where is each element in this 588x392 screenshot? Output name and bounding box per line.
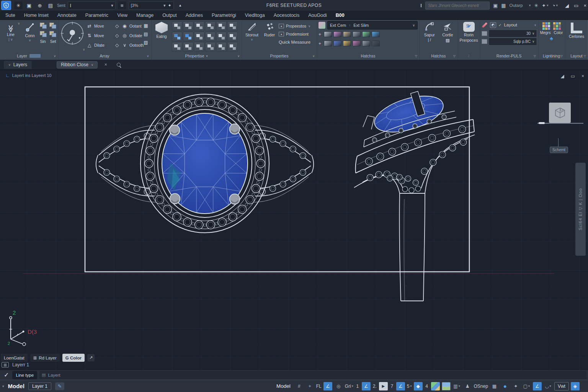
hatch-swatch[interactable] bbox=[343, 31, 351, 37]
chevron-down-icon[interactable]: ▽ bbox=[560, 54, 563, 58]
layer-tool-icon[interactable] bbox=[49, 23, 56, 29]
draw-tool-icon[interactable] bbox=[172, 32, 182, 41]
side-toolbar-strip[interactable]: Scl64 El ▽ K | Ooo bbox=[575, 163, 586, 256]
clean-screen-icon[interactable]: ◡▾ bbox=[544, 382, 552, 390]
rd-layer-button[interactable]: ▥Rd Layer bbox=[30, 354, 60, 362]
hatch-swatch[interactable] bbox=[324, 41, 332, 46]
layer-group-footer[interactable]: Layer ∨ bbox=[0, 52, 58, 60]
hatch-style-combo[interactable]: Ext Cem r Ext Slim ∨ bbox=[327, 21, 418, 29]
menu-tab-output[interactable]: Output bbox=[162, 13, 177, 18]
maximize-button[interactable]: ▭ bbox=[574, 3, 578, 8]
sapur-sub-icons[interactable]: | / bbox=[428, 38, 431, 42]
loengatat-button[interactable]: LoenGatat bbox=[1, 354, 28, 362]
expand-arrow-button[interactable]: ↗ bbox=[87, 354, 95, 361]
storout-button[interactable]: Storout ∨ bbox=[243, 21, 260, 52]
customize-icon[interactable]: ◈ bbox=[571, 382, 580, 390]
render-swatch-icon[interactable] bbox=[482, 31, 487, 36]
gri-dropdown[interactable]: Gri▾ bbox=[345, 382, 353, 390]
zoom-field[interactable]: [3% ▾ ✦ bbox=[129, 2, 174, 10]
draw-tool-icon[interactable] bbox=[183, 21, 193, 31]
color-button[interactable]: G Color bbox=[62, 354, 85, 362]
viewport-minimize-icon[interactable]: ◢ bbox=[560, 74, 564, 79]
menu-tab-manage[interactable]: Manage bbox=[136, 13, 154, 18]
hatch-swatch[interactable] bbox=[333, 31, 341, 37]
draw-tool-icon[interactable] bbox=[227, 32, 238, 41]
hatch-swatch[interactable] bbox=[353, 31, 361, 37]
array-group-footer[interactable]: Array ∨ bbox=[58, 52, 151, 60]
cortle-button[interactable]: Cortle ▨ bbox=[439, 21, 456, 52]
color-palette-icon[interactable] bbox=[553, 22, 561, 30]
output-dropdown[interactable]: Outarp ▾ bbox=[509, 3, 531, 8]
count-7-label[interactable]: 7 bbox=[390, 382, 394, 390]
osnap-label[interactable]: OSnep bbox=[474, 382, 488, 390]
snap-mode-icon[interactable]: + bbox=[305, 382, 314, 390]
new-document-icon[interactable]: ▣ bbox=[25, 2, 33, 9]
sphere-icon[interactable]: ● bbox=[501, 382, 510, 390]
layer-color-swatch[interactable] bbox=[29, 54, 41, 58]
line-sub-dropdown[interactable]: | ∨ bbox=[8, 38, 13, 41]
isodraft-icon[interactable]: ∠ bbox=[533, 382, 542, 390]
chevron-down-icon[interactable]: ▽ bbox=[453, 54, 456, 58]
menu-tab-view[interactable]: View bbox=[117, 13, 127, 18]
layout-toggle-label[interactable]: Layout bbox=[504, 23, 517, 27]
plant-icon[interactable]: ✦ bbox=[511, 382, 520, 390]
navigation-slider[interactable] bbox=[537, 123, 583, 124]
layer-tool-icon[interactable] bbox=[40, 31, 47, 37]
chevron-down-icon[interactable]: ∨ bbox=[147, 54, 149, 58]
ortho-mode-icon[interactable]: ∠ bbox=[362, 382, 371, 390]
render-quality-field[interactable]: Sqlp p.BC ∨ bbox=[489, 38, 536, 45]
array-tool-move-0[interactable]: ⇄Move bbox=[87, 21, 104, 31]
render-group-footer[interactable]: Render-PULS ▽ bbox=[480, 52, 538, 60]
hatch-swatch[interactable] bbox=[324, 31, 332, 37]
sapur-button[interactable]: Sapur | / bbox=[421, 21, 438, 52]
lightning-group-footer[interactable]: Ligntining ▽ bbox=[538, 52, 565, 60]
eatrig-button[interactable]: Eatrig bbox=[153, 21, 170, 52]
tray-icon[interactable]: ▢▾ bbox=[522, 382, 531, 390]
text-style-dropdown[interactable]: I ▾ bbox=[68, 2, 116, 10]
chevron-down-icon[interactable]: ∨ bbox=[18, 22, 20, 25]
close-button[interactable]: × bbox=[583, 3, 586, 8]
collapse-toolbar-icon[interactable]: ▲ bbox=[176, 2, 185, 9]
ruler-icon[interactable]: ▥▾ bbox=[452, 382, 461, 390]
draw-tool-icon[interactable] bbox=[216, 32, 227, 41]
star-icon[interactable]: ✦ bbox=[168, 3, 172, 8]
ruder-button[interactable]: Ruder bbox=[262, 21, 277, 52]
menu-tab-parametrigi[interactable]: Parametrigi bbox=[212, 13, 236, 18]
apps-icon[interactable]: ✳ bbox=[534, 3, 538, 8]
drawing-canvas[interactable]: 2D(32 ∟ Layert ins Layeert 10 ◢ ▭ × Sche… bbox=[0, 70, 588, 370]
grid-icon[interactable]: ▦ bbox=[501, 3, 506, 8]
oct-tool-ootooth[interactable]: ◇∨Ootooth bbox=[114, 40, 144, 50]
array-tool-dilate-2[interactable]: △Dilate bbox=[87, 40, 105, 50]
menu-tab-b00[interactable]: B00 bbox=[336, 13, 345, 18]
menu-tab-aougodi[interactable]: AouGodi bbox=[308, 13, 327, 18]
draw-tool-icon[interactable] bbox=[172, 42, 182, 52]
history-dropdown[interactable]: ◔▾ bbox=[552, 2, 558, 9]
plus-icon[interactable]: + bbox=[318, 41, 322, 46]
render-image-icon[interactable]: ◩ bbox=[490, 22, 496, 28]
fl-label[interactable]: FL bbox=[316, 382, 322, 390]
menu-tab-annotate[interactable]: Annotate bbox=[57, 13, 77, 18]
chevron-down-icon[interactable]: ∨ bbox=[534, 23, 536, 27]
view-cube[interactable] bbox=[549, 103, 571, 123]
prodemsiont-button[interactable]: ▪ Prodemsiont bbox=[279, 31, 309, 38]
hatch-swatch[interactable] bbox=[343, 41, 351, 46]
chevron-down-icon[interactable]: ▾ bbox=[2, 384, 4, 388]
array-pattern-icon[interactable]: ▧ bbox=[144, 40, 148, 45]
draw-tool-icon[interactable] bbox=[216, 42, 227, 52]
search-icon[interactable] bbox=[116, 62, 121, 67]
text-tool-icon[interactable]: I bbox=[420, 3, 422, 8]
vwt-button[interactable]: Vwt bbox=[554, 382, 569, 390]
map-icon[interactable] bbox=[431, 382, 440, 390]
draw-tool-icon[interactable] bbox=[205, 32, 216, 41]
hatch-group-footer[interactable]: Hatchss ▽ bbox=[317, 52, 419, 60]
app-icon[interactable] bbox=[1, 1, 11, 10]
hatch2-group-footer[interactable]: Hatchss ▽ bbox=[420, 52, 457, 60]
page-icon[interactable]: ▣ bbox=[493, 3, 498, 8]
model-space-label[interactable]: Model bbox=[276, 383, 291, 389]
draw-tool-icon[interactable] bbox=[227, 21, 238, 31]
brand-icon[interactable]: ✳ bbox=[14, 2, 23, 9]
megrs-palette-icon[interactable] bbox=[542, 22, 550, 30]
count-4-label[interactable]: 4 bbox=[425, 382, 429, 390]
chevron-down-icon[interactable]: ∨ bbox=[29, 39, 31, 42]
count-1-label[interactable]: 1 bbox=[355, 382, 360, 390]
